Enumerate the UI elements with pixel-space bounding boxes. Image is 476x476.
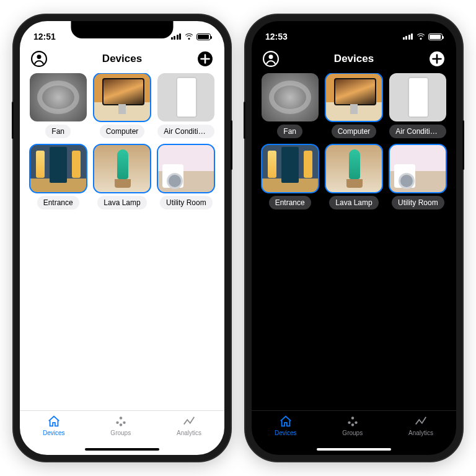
svg-point-8 (269, 55, 273, 59)
device-grid: Fan Computer Air Conditio... Entrance La… (20, 73, 224, 209)
device-thumb (94, 144, 151, 193)
device-label: Entrance (37, 196, 79, 209)
tab-groups[interactable]: Groups (342, 415, 363, 444)
device-tile-fan[interactable]: Fan (29, 73, 87, 138)
device-label: Utility Room (160, 196, 213, 209)
tab-analytics[interactable]: Analytics (177, 415, 201, 444)
device-label: Computer (332, 125, 377, 138)
device-label: Air Conditio... (389, 125, 446, 138)
device-tile-fan[interactable]: Fan (260, 73, 319, 138)
device-tile-lavalamp[interactable]: Lava Lamp (92, 144, 151, 209)
battery-icon (428, 33, 443, 40)
notch (71, 21, 174, 38)
groups-icon (346, 415, 359, 428)
device-label: Computer (100, 125, 145, 138)
device-label: Lava Lamp (329, 196, 378, 209)
home-indicator[interactable] (85, 448, 159, 451)
tab-label: Groups (342, 430, 363, 436)
device-label: Fan (45, 125, 71, 138)
analytics-icon (414, 415, 428, 428)
home-icon (279, 415, 293, 428)
tab-label: Analytics (177, 430, 201, 436)
device-tile-utilityroom[interactable]: Utility Room (157, 144, 216, 209)
svg-point-4 (116, 421, 118, 424)
device-tile-entrance[interactable]: Entrance (260, 144, 319, 209)
notch (303, 21, 405, 38)
device-tile-airconditioner[interactable]: Air Conditio... (157, 73, 216, 138)
person-icon[interactable] (263, 51, 279, 67)
device-label: Air Conditio... (157, 125, 214, 138)
cell-signal-icon (403, 33, 413, 40)
svg-point-3 (120, 416, 122, 419)
svg-point-1 (37, 55, 42, 59)
tab-analytics[interactable]: Analytics (408, 415, 433, 444)
device-thumb (262, 144, 319, 193)
header: Devices (252, 46, 456, 73)
device-thumb (325, 144, 382, 193)
device-thumb (94, 73, 151, 121)
device-label: Lava Lamp (97, 196, 146, 209)
home-icon (47, 415, 61, 428)
plus-icon[interactable] (197, 51, 213, 67)
tab-label: Groups (110, 430, 131, 436)
wifi-icon (184, 33, 193, 40)
svg-point-5 (123, 421, 125, 424)
svg-point-13 (351, 423, 354, 426)
device-label: Entrance (269, 196, 311, 209)
device-tile-lavalamp[interactable]: Lava Lamp (324, 144, 383, 209)
tab-devices[interactable]: Devices (275, 415, 297, 444)
person-icon[interactable] (31, 51, 47, 67)
home-indicator[interactable] (317, 448, 391, 451)
device-thumb (157, 144, 214, 193)
device-tile-entrance[interactable]: Entrance (29, 144, 87, 209)
page-title: Devices (102, 53, 142, 65)
device-tile-computer[interactable]: Computer (92, 73, 151, 138)
svg-point-12 (355, 421, 357, 424)
tab-label: Analytics (408, 430, 433, 436)
device-thumb (389, 73, 446, 121)
battery-icon (196, 33, 211, 40)
phone-dark: 12:53 Devices Fan Computer Air Conditio.… (245, 15, 462, 461)
device-tile-utilityroom[interactable]: Utility Room (389, 144, 447, 209)
device-tile-airconditioner[interactable]: Air Conditio... (389, 73, 447, 138)
phone-light: 12:51 Devices Fan Computer Air Conditio.… (14, 15, 231, 461)
clock: 12:53 (265, 32, 288, 42)
device-thumb (325, 73, 382, 121)
svg-point-10 (351, 416, 354, 419)
analytics-icon (182, 415, 196, 428)
plus-icon[interactable] (429, 51, 445, 67)
device-tile-computer[interactable]: Computer (324, 73, 383, 138)
svg-point-11 (348, 421, 350, 424)
device-thumb (157, 73, 214, 121)
wifi-icon (416, 33, 425, 40)
device-grid: Fan Computer Air Conditio... Entrance La… (252, 73, 456, 209)
tab-devices[interactable]: Devices (43, 415, 65, 444)
svg-point-6 (120, 423, 122, 426)
device-thumb (389, 144, 446, 193)
page-title: Devices (334, 53, 374, 65)
tab-label: Devices (275, 430, 297, 436)
tab-groups[interactable]: Groups (110, 415, 131, 444)
cell-signal-icon (171, 33, 182, 40)
device-label: Utility Room (392, 196, 444, 209)
header: Devices (20, 46, 224, 73)
device-thumb (262, 73, 319, 121)
clock: 12:51 (33, 32, 56, 42)
device-thumb (30, 73, 87, 121)
groups-icon (114, 415, 128, 428)
tab-label: Devices (43, 430, 65, 436)
device-thumb (30, 144, 87, 193)
device-label: Fan (277, 125, 302, 138)
